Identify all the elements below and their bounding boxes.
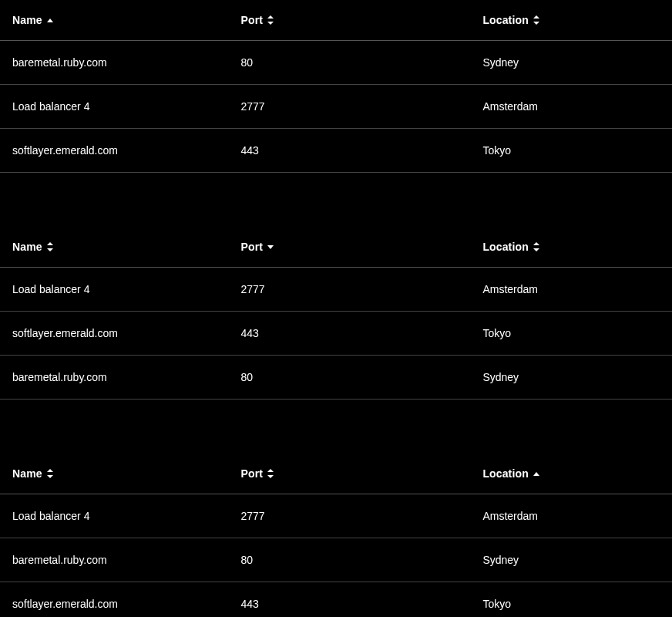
column-header-label: Port <box>240 14 263 26</box>
sort-none-icon <box>267 15 274 25</box>
cell-name: softlayer.emerald.com <box>0 312 228 356</box>
column-header-label: Port <box>240 241 263 253</box>
data-table-1: Name Port Location <box>0 0 672 173</box>
column-header-label: Port <box>240 467 263 480</box>
column-header-location[interactable]: Location <box>470 227 672 268</box>
data-table-2: Name Port Location <box>0 227 672 400</box>
column-header-port[interactable]: Port <box>228 227 470 268</box>
column-header-label: Location <box>482 467 528 480</box>
table-row: baremetal.ruby.com 80 Sydney <box>0 356 672 400</box>
column-header-port[interactable]: Port <box>228 453 470 494</box>
sort-asc-icon <box>47 19 53 22</box>
cell-name: softlayer.emerald.com <box>0 582 228 618</box>
table-row: baremetal.ruby.com 80 Sydney <box>0 41 672 85</box>
sort-asc-icon <box>533 472 539 476</box>
cell-location: Tokyo <box>470 129 672 173</box>
cell-name: baremetal.ruby.com <box>0 41 228 85</box>
column-header-label: Name <box>12 467 42 480</box>
column-header-port[interactable]: Port <box>228 0 470 41</box>
column-header-label: Name <box>12 14 42 26</box>
table-header-row: Name Port Location <box>0 453 672 494</box>
cell-port: 2777 <box>228 494 470 538</box>
sort-none-icon <box>533 242 539 251</box>
column-header-label: Name <box>12 241 42 253</box>
cell-location: Sydney <box>470 356 672 400</box>
cell-port: 80 <box>228 538 470 582</box>
table-header-row: Name Port Location <box>0 227 672 268</box>
cell-name: baremetal.ruby.com <box>0 356 228 400</box>
table-row: Load balancer 4 2777 Amsterdam <box>0 268 672 312</box>
cell-name: Load balancer 4 <box>0 494 228 538</box>
column-header-location[interactable]: Location <box>470 0 672 41</box>
table-row: softlayer.emerald.com 443 Tokyo <box>0 312 672 356</box>
column-header-label: Location <box>482 241 528 253</box>
cell-port: 80 <box>228 41 470 85</box>
column-header-name[interactable]: Name <box>0 227 228 268</box>
cell-port: 2777 <box>228 85 470 129</box>
cell-location: Sydney <box>470 538 672 582</box>
cell-port: 443 <box>228 312 470 356</box>
data-table-3: Name Port Location <box>0 453 672 617</box>
sort-none-icon <box>47 469 53 478</box>
cell-location: Amsterdam <box>470 494 672 538</box>
sort-none-icon <box>47 242 53 251</box>
table-header-row: Name Port Location <box>0 0 672 41</box>
cell-name: baremetal.ruby.com <box>0 538 228 582</box>
table-row: baremetal.ruby.com 80 Sydney <box>0 538 672 582</box>
column-header-location[interactable]: Location <box>470 453 672 494</box>
column-header-label: Location <box>482 14 528 26</box>
cell-port: 80 <box>228 356 470 400</box>
cell-location: Tokyo <box>470 312 672 356</box>
cell-location: Amsterdam <box>470 85 672 129</box>
cell-port: 443 <box>228 129 470 173</box>
cell-location: Tokyo <box>470 582 672 618</box>
cell-location: Amsterdam <box>470 268 672 312</box>
column-header-name[interactable]: Name <box>0 453 228 494</box>
sort-desc-icon <box>267 245 274 249</box>
sort-none-icon <box>533 15 539 25</box>
table-row: softlayer.emerald.com 443 Tokyo <box>0 582 672 618</box>
table-row: softlayer.emerald.com 443 Tokyo <box>0 129 672 173</box>
column-header-name[interactable]: Name <box>0 0 228 41</box>
table-row: Load balancer 4 2777 Amsterdam <box>0 494 672 538</box>
cell-name: Load balancer 4 <box>0 85 228 129</box>
cell-name: Load balancer 4 <box>0 268 228 312</box>
table-row: Load balancer 4 2777 Amsterdam <box>0 85 672 129</box>
sort-none-icon <box>267 469 274 478</box>
cell-port: 443 <box>228 582 470 618</box>
cell-name: softlayer.emerald.com <box>0 129 228 173</box>
cell-location: Sydney <box>470 41 672 85</box>
cell-port: 2777 <box>228 268 470 312</box>
